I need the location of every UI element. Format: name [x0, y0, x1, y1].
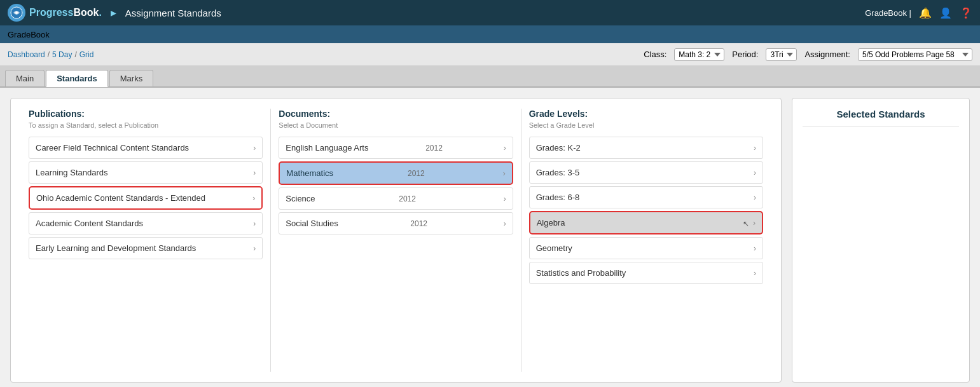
doc-year-social: 2012 — [410, 219, 427, 228]
pub-item-academic[interactable]: Academic Content Standards › — [29, 212, 263, 234]
period-select[interactable]: 3Tri — [766, 48, 797, 61]
breadcrumb-5day[interactable]: 5 Day — [52, 50, 72, 59]
question-icon[interactable]: ❓ — [960, 7, 972, 19]
pub-label-career: Career Field Technical Content Standards — [36, 143, 189, 153]
chevron-icon: › — [754, 269, 756, 278]
period-label: Period: — [732, 50, 758, 59]
doc-label-math: Mathematics — [286, 168, 333, 178]
chevron-icon: › — [253, 144, 256, 153]
documents-subtitle: Select a Document — [279, 121, 513, 129]
grade-label-stats: Statistics and Probability — [536, 268, 626, 278]
logo-text: ProgressBook. — [29, 7, 102, 18]
class-select[interactable]: Math 3: 2 — [674, 48, 724, 61]
pub-item-ohio[interactable]: Ohio Academic Content Standards - Extend… — [29, 186, 263, 210]
pub-label-ohio: Ohio Academic Content Standards - Extend… — [36, 193, 205, 203]
grade-label-k2: Grades: K-2 — [536, 143, 581, 153]
doc-item-social[interactable]: Social Studies 2012 › — [279, 212, 513, 234]
nav-right: GradeBook | 🔔 👤 ❓ — [865, 7, 972, 19]
grade-levels-column: Grade Levels: Select a Grade Level Grade… — [521, 109, 771, 372]
documents-column: Documents: Select a Document English Lan… — [271, 109, 521, 372]
grade-item-68[interactable]: Grades: 6-8 › — [529, 186, 763, 208]
chevron-icon: › — [754, 144, 756, 153]
svg-point-1 — [15, 11, 18, 14]
bell-icon[interactable]: 🔔 — [919, 7, 932, 19]
doc-year-ela: 2012 — [425, 144, 443, 153]
nav-separator: ▸ — [111, 6, 116, 20]
user-icon[interactable]: 👤 — [939, 7, 952, 19]
breadcrumb-dashboard[interactable]: Dashboard — [8, 50, 45, 59]
pub-label-learning: Learning Standards — [36, 168, 107, 177]
chevron-icon: › — [504, 194, 506, 203]
filter-controls: Class: Math 3: 2 Period: 3Tri Assignment… — [644, 48, 972, 61]
chevron-icon: › — [754, 168, 756, 177]
chevron-icon: › — [252, 194, 255, 203]
logo: ProgressBook. — [8, 4, 102, 22]
grade-item-algebra[interactable]: Algebra › ↖ — [529, 211, 763, 234]
publications-subtitle: To assign a Standard, select a Publicati… — [29, 121, 263, 129]
tab-marks[interactable]: Marks — [109, 70, 153, 86]
chevron-icon: › — [504, 144, 506, 153]
main-content: Publications: To assign a Standard, sele… — [0, 88, 980, 387]
documents-title: Documents: — [279, 109, 513, 119]
page-title: Assignment Standards — [125, 8, 221, 18]
tabs-bar: Main Standards Marks — [0, 66, 980, 88]
breadcrumb-sep2: / — [74, 50, 76, 59]
grade-label-geometry: Geometry — [536, 243, 572, 253]
assignment-label: Assignment: — [804, 50, 850, 59]
class-label: Class: — [644, 50, 666, 59]
pub-label-academic: Academic Content Standards — [36, 219, 143, 228]
breadcrumb-bar: Dashboard / 5 Day / Grid Class: Math 3: … — [0, 43, 980, 66]
chevron-icon: › — [504, 219, 506, 228]
grade-item-35[interactable]: Grades: 3-5 › — [529, 161, 763, 184]
grade-label-algebra: Algebra — [537, 218, 565, 227]
grade-levels-title: Grade Levels: — [529, 109, 763, 119]
cursor-indicator: ↖ — [743, 219, 749, 228]
doc-label-ela: English Language Arts — [286, 143, 368, 153]
chevron-icon: › — [753, 219, 756, 227]
nav-left: ProgressBook. ▸ Assignment Standards — [8, 4, 221, 22]
doc-label-social: Social Studies — [286, 219, 338, 228]
breadcrumb: Dashboard / 5 Day / Grid — [8, 50, 93, 59]
publications-title: Publications: — [29, 109, 263, 119]
grade-item-geometry[interactable]: Geometry › — [529, 237, 763, 259]
pub-label-early: Early Learning and Development Standards — [36, 243, 196, 253]
pub-item-learning[interactable]: Learning Standards › — [29, 161, 263, 184]
selected-standards-panel: Selected Standards — [792, 98, 970, 383]
doc-item-math[interactable]: Mathematics 2012 › — [279, 161, 513, 185]
chevron-icon: › — [253, 244, 256, 253]
breadcrumb-grid[interactable]: Grid — [79, 50, 94, 59]
grade-item-k2[interactable]: Grades: K-2 › — [529, 137, 763, 159]
chevron-icon: › — [253, 219, 256, 228]
sub-nav-title: GradeBook — [8, 30, 50, 39]
doc-item-science[interactable]: Science 2012 › — [279, 187, 513, 210]
grade-levels-subtitle: Select a Grade Level — [529, 121, 763, 129]
tab-main[interactable]: Main — [5, 70, 45, 86]
pub-item-early[interactable]: Early Learning and Development Standards… — [29, 237, 263, 259]
doc-item-ela[interactable]: English Language Arts 2012 › — [279, 137, 513, 159]
chevron-icon: › — [503, 169, 506, 178]
standards-panel: Publications: To assign a Standard, sele… — [10, 98, 782, 383]
pub-item-career[interactable]: Career Field Technical Content Standards… — [29, 137, 263, 159]
assignment-select[interactable]: 5/5 Odd Problems Page 58 — [858, 48, 972, 61]
sub-navigation: GradeBook — [0, 25, 980, 43]
selected-standards-title: Selected Standards — [803, 109, 959, 126]
doc-year-math: 2012 — [408, 169, 425, 178]
doc-year-science: 2012 — [399, 194, 416, 203]
chevron-icon: › — [253, 168, 256, 177]
logo-icon — [8, 4, 25, 22]
chevron-icon: › — [754, 244, 756, 253]
breadcrumb-sep1: / — [48, 50, 50, 59]
tab-standards[interactable]: Standards — [46, 70, 108, 87]
doc-label-science: Science — [286, 194, 315, 203]
grade-label-35: Grades: 3-5 — [536, 168, 580, 177]
top-navigation: ProgressBook. ▸ Assignment Standards Gra… — [0, 0, 980, 25]
grade-item-stats[interactable]: Statistics and Probability › — [529, 262, 763, 284]
grade-label-68: Grades: 6-8 — [536, 193, 580, 202]
gradebook-label: GradeBook | — [865, 8, 911, 18]
chevron-icon: › — [754, 193, 756, 202]
publications-column: Publications: To assign a Standard, sele… — [21, 109, 271, 372]
